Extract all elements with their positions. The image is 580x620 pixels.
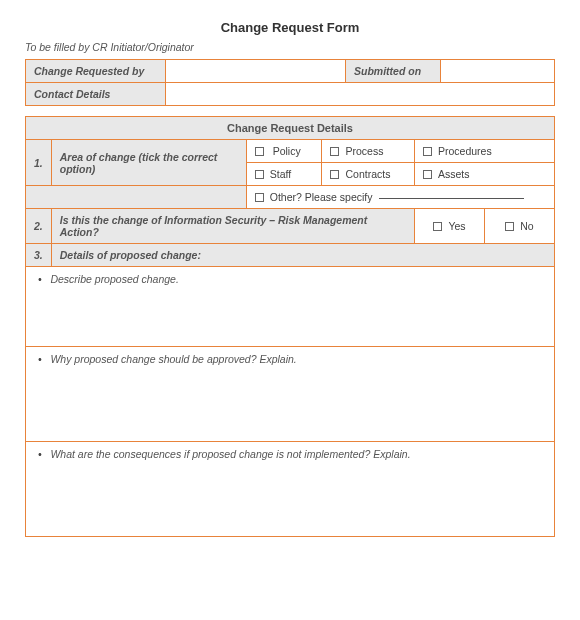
option-contracts-label: Contracts	[345, 168, 390, 180]
option-yes-label: Yes	[448, 220, 465, 232]
q1-text: Area of change (tick the correct option)	[51, 140, 246, 186]
submitted-on-field[interactable]	[441, 60, 555, 83]
contact-field[interactable]	[166, 83, 555, 106]
q3-text: Details of proposed change:	[51, 244, 554, 267]
option-process-label: Process	[345, 145, 383, 157]
option-policy-label: Policy	[273, 145, 301, 157]
section-title: Change Request Details	[26, 117, 555, 140]
details-table: Change Request Details 1. Area of change…	[25, 116, 555, 537]
option-process[interactable]: Process	[322, 140, 415, 163]
q3a-label: Describe proposed change.	[50, 273, 178, 285]
option-staff[interactable]: Staff	[246, 163, 322, 186]
option-no[interactable]: No	[485, 209, 555, 244]
submitted-on-label: Submitted on	[346, 60, 441, 83]
option-yes[interactable]: Yes	[415, 209, 485, 244]
subtitle: To be filled by CR Initiator/Originator	[25, 41, 555, 53]
option-procedures-label: Procedures	[438, 145, 492, 157]
q2-text: Is this the change of Information Securi…	[51, 209, 414, 244]
option-assets-label: Assets	[438, 168, 470, 180]
q3a-field[interactable]: • Describe proposed change.	[26, 267, 555, 347]
option-assets[interactable]: Assets	[415, 163, 555, 186]
q2-num: 2.	[26, 209, 52, 244]
q3b-label: Why proposed change should be approved? …	[50, 353, 296, 365]
page-title: Change Request Form	[25, 20, 555, 35]
requested-by-label: Change Requested by	[26, 60, 166, 83]
q3-num: 3.	[26, 244, 52, 267]
q3c-label: What are the consequences if proposed ch…	[50, 448, 410, 460]
requested-by-field[interactable]	[166, 60, 346, 83]
option-contracts[interactable]: Contracts	[322, 163, 415, 186]
option-staff-label: Staff	[270, 168, 291, 180]
option-other[interactable]: Other? Please specify	[246, 186, 554, 209]
option-no-label: No	[520, 220, 533, 232]
q3b-field[interactable]: • Why proposed change should be approved…	[26, 347, 555, 442]
q3c-field[interactable]: • What are the consequences if proposed …	[26, 442, 555, 537]
contact-label: Contact Details	[26, 83, 166, 106]
option-procedures[interactable]: Procedures	[415, 140, 555, 163]
header-table: Change Requested by Submitted on Contact…	[25, 59, 555, 106]
option-policy[interactable]: Policy	[246, 140, 322, 163]
q1-num: 1.	[26, 140, 52, 186]
option-other-label: Other? Please specify	[270, 191, 373, 203]
